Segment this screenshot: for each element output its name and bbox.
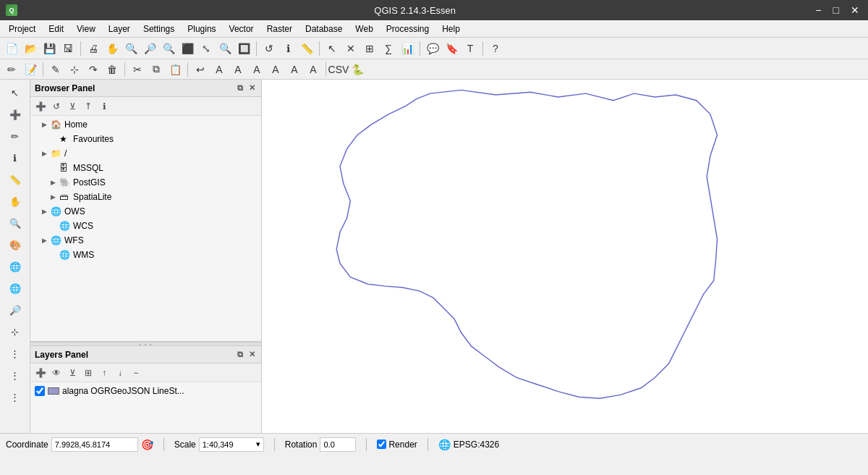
pan-button active[interactable]: ✋	[103, 40, 121, 57]
rotate-feature-button[interactable]: ↷	[85, 61, 102, 78]
epsg-item[interactable]: 🌐 EPSG:4326	[438, 439, 499, 450]
new-project-button[interactable]: 📄	[3, 40, 20, 57]
zoom-layer-button[interactable]: 🔍	[216, 40, 234, 57]
tree-item-wms[interactable]: 🌐 WMS	[30, 248, 261, 262]
layer-checkbox-alagna[interactable]	[35, 386, 45, 396]
side-style[interactable]: 🎨	[5, 235, 25, 255]
layers-close-button[interactable]: ✕	[247, 349, 257, 360]
tree-item-mssql[interactable]: 🗄 MSSQL	[30, 161, 261, 175]
layer-down-button[interactable]: ↓	[113, 366, 127, 380]
save-as-button[interactable]: 🖫	[59, 40, 77, 57]
toggle-edit-button[interactable]: 📝	[22, 61, 39, 78]
menu-web[interactable]: Web	[349, 22, 378, 35]
attribute-table-button[interactable]: ⊞	[361, 40, 378, 57]
browser-collapse-button[interactable]: ⤒	[81, 99, 95, 114]
open-project-button[interactable]: 📂	[22, 40, 39, 57]
tree-item-home[interactable]: ▶ 🏠 Home	[30, 117, 261, 132]
browser-info-button[interactable]: ℹ	[97, 99, 111, 114]
python-button[interactable]: 🐍	[349, 61, 366, 78]
layer-remove-button[interactable]: −	[129, 366, 143, 380]
side-globe[interactable]: 🌐	[5, 256, 25, 277]
label3-button[interactable]: A	[248, 61, 265, 78]
minimize-button[interactable]: −	[812, 4, 824, 16]
zoom-full-button[interactable]: 🔲	[235, 40, 252, 57]
print-button[interactable]: 🖨	[85, 40, 102, 57]
coordinate-input[interactable]	[51, 437, 138, 452]
label4-button[interactable]: A	[267, 61, 284, 78]
paste-button[interactable]: 📋	[166, 61, 184, 78]
stats-button[interactable]: 📊	[399, 40, 416, 57]
scale-dropdown-icon[interactable]: ▾	[256, 440, 260, 449]
menu-view[interactable]: View	[71, 22, 101, 35]
edit-pencil-button[interactable]: ✏	[3, 61, 20, 78]
tree-item-postgis[interactable]: ▶ 🐘 PostGIS	[30, 175, 261, 190]
menu-edit[interactable]: Edit	[43, 22, 69, 35]
scale-combo[interactable]: 1:40,349 ▾	[199, 437, 264, 452]
menu-settings[interactable]: Settings	[137, 22, 180, 35]
tree-item-root[interactable]: ▶ 📁 /	[30, 146, 261, 161]
help-button[interactable]: ?	[487, 40, 504, 57]
bookmarks-button[interactable]: 🔖	[443, 40, 460, 57]
close-button[interactable]: ✕	[848, 4, 862, 16]
side-globe2[interactable]: 🌐	[5, 278, 25, 298]
refresh-button[interactable]: ↺	[260, 40, 278, 57]
menu-raster[interactable]: Raster	[261, 22, 298, 35]
browser-close-button[interactable]: ✕	[247, 83, 257, 93]
annotations-button[interactable]: 💬	[424, 40, 441, 57]
deselect-button[interactable]: ✕	[342, 40, 359, 57]
layer-add-button[interactable]: ➕	[33, 366, 48, 380]
maximize-button[interactable]: □	[830, 4, 842, 16]
label2-button[interactable]: A	[229, 61, 247, 78]
tree-item-wcs[interactable]: 🌐 WCS	[30, 219, 261, 233]
info-button[interactable]: ℹ	[279, 40, 297, 57]
text-button[interactable]: T	[461, 40, 479, 57]
label5-button[interactable]: A	[286, 61, 303, 78]
side-digitize[interactable]: ✏	[5, 126, 25, 146]
menu-help[interactable]: Help	[436, 22, 466, 35]
side-more3[interactable]: ⋮	[5, 387, 25, 407]
identify-button[interactable]: 🔍	[122, 40, 140, 57]
side-identify[interactable]: ℹ	[5, 148, 25, 168]
copy-button[interactable]: ⧉	[148, 61, 165, 78]
browser-refresh-button[interactable]: ↺	[49, 99, 64, 114]
layer-item-alagna[interactable]: alagna OGRGeoJSON LineSt...	[30, 382, 261, 400]
label6-button[interactable]: A	[305, 61, 322, 78]
move-feature-button[interactable]: ⊹	[66, 61, 83, 78]
side-zoom[interactable]: 🔍	[5, 213, 25, 233]
zoom-in-button[interactable]: 🔎	[141, 40, 158, 57]
side-more1[interactable]: ⋮	[5, 343, 25, 363]
layer-filter-button[interactable]: ⊻	[65, 366, 80, 380]
layers-float-button[interactable]: ⧉	[236, 349, 244, 360]
browser-add-button[interactable]: ➕	[33, 99, 48, 114]
browser-float-button[interactable]: ⧉	[236, 83, 244, 93]
side-measure[interactable]: 📏	[5, 169, 25, 190]
layer-visibility-button[interactable]: 👁	[49, 366, 64, 380]
tree-item-wfs[interactable]: ▶ 🌐 WFS	[30, 233, 261, 248]
select-button[interactable]: ↖	[323, 40, 341, 57]
render-checkbox[interactable]	[377, 440, 386, 449]
map-canvas[interactable]	[262, 80, 868, 433]
undo-button[interactable]: ↩	[192, 61, 209, 78]
save-project-button[interactable]: 💾	[41, 40, 58, 57]
side-pan[interactable]: ✋	[5, 191, 25, 211]
menu-vector[interactable]: Vector	[224, 22, 260, 35]
side-edit-nodes[interactable]: ⊹	[5, 321, 25, 342]
menu-processing[interactable]: Processing	[380, 22, 435, 35]
cut-button[interactable]: ✂	[129, 61, 146, 78]
menu-database[interactable]: Database	[299, 22, 348, 35]
tree-item-favourites[interactable]: ★ Favourites	[30, 132, 261, 146]
layer-up-button[interactable]: ↑	[97, 366, 111, 380]
side-select-tool[interactable]: ↖	[5, 83, 25, 103]
side-add-layer[interactable]: ➕	[5, 104, 25, 125]
csv-button[interactable]: CSV	[330, 61, 347, 78]
zoom-extent-button[interactable]: ⤡	[197, 40, 215, 57]
rotation-input[interactable]	[320, 437, 356, 452]
menu-plugins[interactable]: Plugins	[182, 22, 221, 35]
rubber-band-button[interactable]: ⬛	[179, 40, 196, 57]
side-search[interactable]: 🔎	[5, 300, 25, 320]
delete-button[interactable]: 🗑	[103, 61, 121, 78]
field-calc-button[interactable]: ∑	[380, 40, 397, 57]
tree-item-spatialite[interactable]: ▶ 🗃 SpatiaLite	[30, 190, 261, 204]
layer-group-button[interactable]: ⊞	[81, 366, 95, 380]
label-button[interactable]: A	[210, 61, 228, 78]
